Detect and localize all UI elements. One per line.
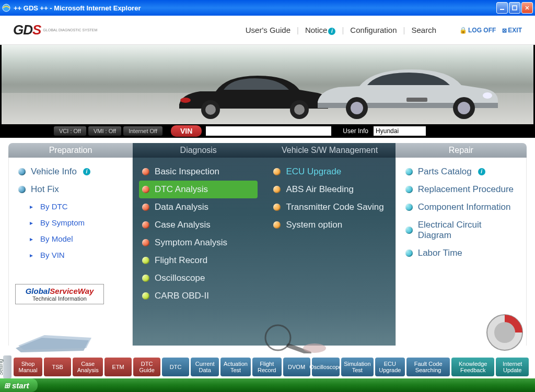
nav-notice[interactable]: Noticei xyxy=(305,26,336,35)
btn-shop-manual[interactable]: Shop Manual xyxy=(14,358,42,376)
btn-dvom[interactable]: DVOM xyxy=(283,358,310,376)
bullet-icon xyxy=(405,227,413,234)
svg-point-18 xyxy=(494,322,515,343)
x-icon: ⊠ xyxy=(502,27,507,33)
close-button[interactable] xyxy=(521,2,533,14)
col-head-repair: Repair xyxy=(396,143,527,158)
info-icon: i xyxy=(328,28,335,35)
btn-actuation-test[interactable]: Actuation Test xyxy=(220,358,251,376)
btn-ecu-upgrade-bottom[interactable]: ECU Upgrade xyxy=(375,358,405,376)
vin-label: VIN xyxy=(171,125,202,137)
bullet-icon xyxy=(142,292,149,300)
menu-hot-fix[interactable]: Hot Fix xyxy=(15,181,126,198)
nav-configuration[interactable]: Configuration xyxy=(350,26,397,34)
svg-rect-2 xyxy=(513,6,517,10)
menu-vehicle-info[interactable]: Vehicle Info i xyxy=(15,163,126,181)
vin-input[interactable] xyxy=(206,126,331,136)
bottom-toolbar: Setting Shop Manual TSB Case Analysis ET… xyxy=(0,355,535,378)
col-head-vehicle-sw: Vehicle S/W Management xyxy=(264,143,395,158)
menu-by-model[interactable]: By Model xyxy=(15,231,126,247)
nav-search[interactable]: Search xyxy=(411,26,436,34)
btn-simulation-test[interactable]: Simulation Test xyxy=(341,358,374,376)
exit-button[interactable]: ⊠EXIT xyxy=(502,27,522,34)
vmi-status: VMI : Off xyxy=(88,126,121,136)
bullet-icon xyxy=(142,186,149,193)
minimize-button[interactable] xyxy=(496,2,508,14)
books-decoration xyxy=(10,322,104,353)
bullet-icon xyxy=(273,186,281,193)
info-icon: i xyxy=(478,168,485,175)
lock-icon: 🔒 xyxy=(459,27,467,34)
bullet-icon xyxy=(18,186,26,193)
col-head-preparation: Preparation xyxy=(8,143,133,158)
menu-component-info[interactable]: Component Information xyxy=(402,198,520,216)
menu-by-dtc[interactable]: By DTC xyxy=(15,198,126,215)
btn-tsb[interactable]: TSB xyxy=(44,358,71,376)
bullet-icon xyxy=(273,221,281,229)
btn-internet-update[interactable]: Internet Update xyxy=(496,358,529,376)
brake-decoration xyxy=(484,312,526,353)
status-bar: VCI : Off VMI : Off Internet Off VIN Use… xyxy=(0,124,535,138)
menu-case-analysis[interactable]: Case Analysis xyxy=(139,216,258,234)
btn-etm[interactable]: ETM xyxy=(104,358,132,376)
bullet-icon xyxy=(18,168,26,175)
magnifier-decoration xyxy=(257,322,330,353)
btn-dtc-guide[interactable]: DTC Guide xyxy=(133,358,160,376)
maximize-button[interactable] xyxy=(509,2,520,14)
svg-point-11 xyxy=(458,102,470,114)
ie-icon xyxy=(2,4,10,12)
app-header: GDS GLOBAL DIAGNOSTIC SYSTEM User's Guid… xyxy=(0,16,535,45)
btn-fault-code[interactable]: Fault Code Searching xyxy=(406,358,450,376)
info-icon: i xyxy=(83,168,90,175)
windows-taskbar: ⊞start xyxy=(0,378,535,392)
menu-electrical[interactable]: Electrical Circuit Diagram xyxy=(402,216,520,244)
svg-rect-1 xyxy=(500,9,504,10)
svg-point-9 xyxy=(351,102,363,114)
svg-point-12 xyxy=(483,92,492,99)
btn-knowledge[interactable]: Knowledge Feedback xyxy=(451,358,494,376)
start-button[interactable]: ⊞start xyxy=(0,378,38,392)
bullet-icon xyxy=(142,168,149,175)
menu-transmitter[interactable]: Transmitter Code Saving xyxy=(270,198,389,216)
window-title: ++ GDS ++ - Microsoft Internet Explorer xyxy=(14,4,496,12)
menu-replacement[interactable]: Replacement Procedure xyxy=(402,181,520,198)
menu-data-analysis[interactable]: Data Analysis xyxy=(139,198,258,216)
svg-point-16 xyxy=(303,343,326,353)
userinfo-input[interactable] xyxy=(374,126,426,136)
svg-point-6 xyxy=(294,104,305,115)
gsw-box[interactable]: GlobalServiceWay Technical Information xyxy=(15,284,104,304)
banner-image xyxy=(0,45,535,124)
vci-status: VCI : Off xyxy=(54,126,86,136)
menu-ecu-upgrade[interactable]: ECU Upgrade xyxy=(270,163,389,181)
window-titlebar: ++ GDS ++ - Microsoft Internet Explorer xyxy=(0,0,535,16)
menu-dtc-analysis[interactable]: DTC Analysis xyxy=(139,181,258,198)
bullet-icon xyxy=(405,250,413,257)
btn-case-analysis[interactable]: Case Analysis xyxy=(73,358,103,376)
userinfo-label: User Info xyxy=(343,127,368,135)
menu-oscilloscope[interactable]: Oscilloscope xyxy=(139,269,258,287)
menu-symptom-analysis[interactable]: Symptom Analysis xyxy=(139,234,258,252)
btn-dtc[interactable]: DTC xyxy=(162,358,189,376)
logoff-button[interactable]: 🔒LOG OFF xyxy=(459,27,496,34)
bullet-icon xyxy=(142,204,149,211)
bullet-icon xyxy=(142,275,149,282)
menu-carb-obd[interactable]: CARB OBD-II xyxy=(139,287,258,305)
setting-label[interactable]: Setting xyxy=(0,359,4,375)
menu-abs-air[interactable]: ABS Air Bleeding xyxy=(270,181,389,198)
bullet-icon xyxy=(405,168,413,175)
menu-labor-time[interactable]: Labor Time xyxy=(402,244,520,262)
menu-system-option[interactable]: System option xyxy=(270,216,389,234)
btn-oscilloscope-bottom[interactable]: Oscilloscope xyxy=(312,358,340,376)
menu-by-vin[interactable]: By VIN xyxy=(15,247,126,263)
menu-flight-record[interactable]: Flight Record xyxy=(139,252,258,269)
svg-point-7 xyxy=(180,98,191,103)
bullet-icon xyxy=(405,204,413,211)
btn-current-data[interactable]: Current Data xyxy=(191,358,219,376)
btn-flight-record[interactable]: Flight Record xyxy=(252,358,282,376)
menu-parts-catalog[interactable]: Parts Catalogi xyxy=(402,163,520,181)
bullet-icon xyxy=(273,204,281,211)
nav-users-guide[interactable]: User's Guide xyxy=(246,26,290,34)
menu-by-symptom[interactable]: By Symptom xyxy=(15,215,126,231)
menu-basic-inspection[interactable]: Basic Inspection xyxy=(139,163,258,181)
svg-point-4 xyxy=(205,104,216,115)
